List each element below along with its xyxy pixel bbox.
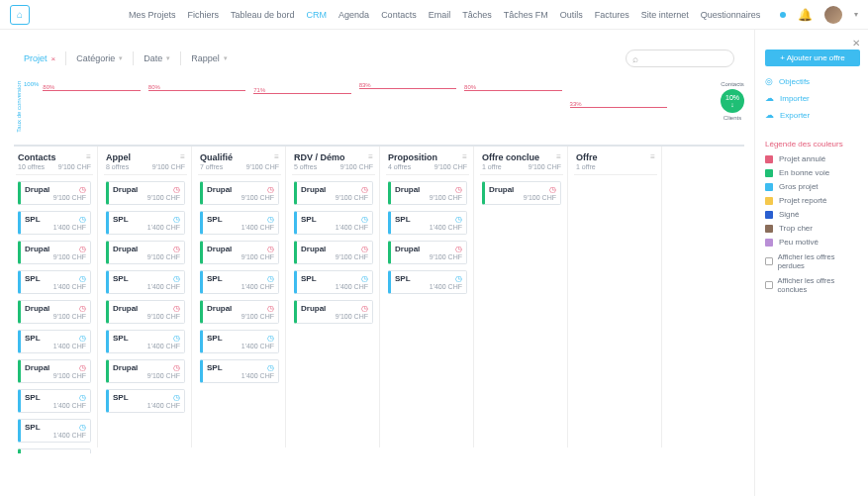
avatar[interactable] [824,6,842,24]
color-swatch [765,211,773,219]
deal-card[interactable]: ◷Drupal9'100 CHF [106,359,185,383]
nav-item[interactable]: Tâches FM [504,10,548,20]
menu-icon[interactable]: ≡ [368,152,373,161]
chevron-down-icon[interactable]: ▾ [854,10,858,19]
deal-card[interactable]: ◷SPL1'400 CHF [18,270,91,294]
deal-card[interactable]: ◷SPL1'400 CHF [18,330,91,353]
deal-card[interactable]: ◷Drupal9'100 CHF [200,300,279,324]
main: Projet× Catégorie▾ Date▾ Rappel▾ ⌕ Taux … [0,30,868,496]
deal-card[interactable]: ◷SPL1'400 CHF [106,211,185,235]
menu-icon[interactable]: ≡ [556,152,561,161]
column-offers: 8 offres [106,163,129,170]
checkbox-icon[interactable] [765,281,773,289]
search-input[interactable]: ⌕ [626,50,734,67]
deal-card[interactable]: ◷SPL1'400 CHF [18,211,91,235]
deal-card[interactable]: ◷SPL1'400 CHF [388,211,467,235]
checkbox-icon[interactable] [765,257,773,265]
card-amount: 9'100 CHF [25,313,86,320]
nav-item[interactable]: Email [429,10,451,20]
notification-dot[interactable] [780,12,786,18]
deal-card[interactable]: ◷SPL1'400 CHF [294,270,373,294]
column-offers: 1 offre [482,163,502,170]
deal-card[interactable]: ◷SPL1'400 CHF [388,270,467,294]
nav-item[interactable]: Outils [560,10,583,20]
clock-icon: ◷ [79,215,86,224]
deal-card[interactable]: ◷Drupal9'100 CHF [18,359,91,383]
card-amount: 9'100 CHF [301,253,368,260]
target-icon: ◎ [765,76,773,86]
kanban-board[interactable]: ≡Contacts10 offres9'100 CHF◷Drupal9'100 … [14,145,744,453]
deal-card[interactable]: ◷SPL1'400 CHF [200,359,279,383]
menu-icon[interactable]: ≡ [274,152,279,161]
color-swatch [765,155,773,163]
menu-icon[interactable]: ≡ [462,152,467,161]
close-icon[interactable]: ✕ [852,38,860,49]
chart-line [464,90,561,91]
card-amount: 1'400 CHF [25,224,86,231]
deal-card[interactable]: ◷SPL1'400 CHF [200,211,279,235]
deal-card[interactable]: ◷Drupal9'100 CHF [388,241,467,264]
bell-icon[interactable]: 🔔 [798,8,813,22]
deal-card[interactable]: ◷SPL1'400 CHF [18,419,91,443]
deal-card[interactable]: ◷Drupal9'100 CHF [18,448,91,453]
deal-card[interactable]: ◷Drupal9'100 CHF [294,300,373,324]
chart-line [43,90,140,91]
nav-item[interactable]: Tâches [462,10,492,20]
menu-icon[interactable]: ≡ [86,152,91,161]
deal-card[interactable]: ◷SPL1'400 CHF [200,330,279,353]
nav-item[interactable]: Tableau de bord [231,10,295,20]
menu-icon[interactable]: ≡ [650,152,655,161]
nav-item[interactable]: Factures [595,10,629,20]
deal-card[interactable]: ◷Drupal9'100 CHF [106,181,185,205]
chart-column: 80% [464,81,569,121]
deal-card[interactable]: ◷SPL1'400 CHF [106,389,185,413]
nav-item[interactable]: CRM [307,10,328,20]
deal-card[interactable]: ◷Drupal9'100 CHF [388,181,467,205]
app-logo[interactable]: ⌂ [10,5,30,25]
card-title: SPL [395,274,462,283]
deal-card[interactable]: ◷SPL1'400 CHF [18,389,91,413]
card-amount: 9'100 CHF [395,253,462,260]
deal-card[interactable]: ◷Drupal9'100 CHF [18,181,91,205]
deal-card[interactable]: ◷Drupal9'100 CHF [482,181,561,205]
deal-card[interactable]: ◷Drupal9'100 CHF [106,241,185,264]
check-conclues[interactable]: Afficher les offres conclues [765,276,860,294]
filter-date[interactable]: Date▾ [144,53,170,63]
link-exporter[interactable]: ☁Exporter [765,110,860,120]
nav-item[interactable]: Fichiers [188,10,220,20]
card-amount: 1'400 CHF [207,224,274,231]
deal-card[interactable]: ◷SPL1'400 CHF [106,330,185,353]
deal-card[interactable]: ◷Drupal9'100 CHF [200,181,279,205]
clock-icon: ◷ [79,304,86,313]
filter-categorie[interactable]: Catégorie▾ [76,53,123,63]
nav-item[interactable]: Questionnaires [701,10,761,20]
link-objectifs[interactable]: ◎Objectifs [765,76,860,86]
filter-rappel[interactable]: Rappel▾ [191,53,228,63]
nav-item[interactable]: Mes Projets [129,10,176,20]
add-offer-button[interactable]: + Ajouter une offre [765,50,860,66]
legend-label: En bonne voie [779,168,829,177]
column-offers: 7 offres [200,163,223,170]
nav-item[interactable]: Site internet [641,10,689,20]
deal-card[interactable]: ◷SPL1'400 CHF [294,211,373,235]
card-title: SPL [25,215,86,224]
color-swatch [765,225,773,233]
close-icon[interactable]: × [51,54,56,63]
deal-card[interactable]: ◷SPL1'400 CHF [106,270,185,294]
clock-icon: ◷ [267,363,274,372]
search-field[interactable] [638,54,718,63]
deal-card[interactable]: ◷Drupal9'100 CHF [18,241,91,264]
menu-icon[interactable]: ≡ [180,152,185,161]
deal-card[interactable]: ◷Drupal9'100 CHF [294,181,373,205]
check-perdues[interactable]: Afficher les offres perdues [765,252,860,270]
nav-item[interactable]: Contacts [381,10,417,20]
deal-card[interactable]: ◷Drupal9'100 CHF [200,241,279,264]
filter-projet[interactable]: Projet× [24,53,55,63]
divider [180,51,181,65]
nav-item[interactable]: Agenda [338,10,369,20]
deal-card[interactable]: ◷SPL1'400 CHF [200,270,279,294]
deal-card[interactable]: ◷Drupal9'100 CHF [18,300,91,324]
link-importer[interactable]: ☁Importer [765,93,860,103]
deal-card[interactable]: ◷Drupal9'100 CHF [294,241,373,264]
deal-card[interactable]: ◷Drupal9'100 CHF [106,300,185,324]
